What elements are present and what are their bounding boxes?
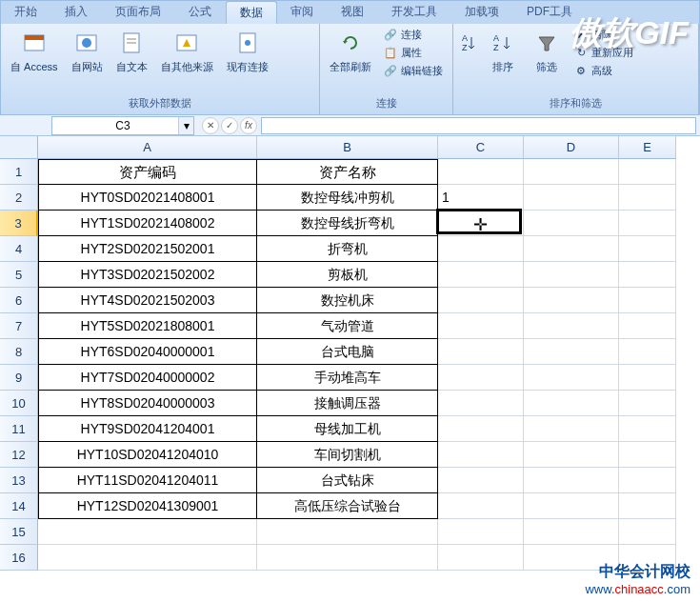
cancel-formula-icon[interactable]: ✕ (202, 117, 219, 134)
cell[interactable] (438, 416, 524, 442)
cell[interactable] (524, 288, 619, 313)
cell[interactable] (619, 185, 676, 211)
cell[interactable]: 数控母线折弯机 (257, 211, 438, 236)
from-web-button[interactable]: 自网站 (66, 26, 109, 76)
cell[interactable]: HYT10SD02041204010 (38, 442, 257, 468)
tab-review[interactable]: 审阅 (277, 1, 328, 24)
refresh-all-button[interactable]: 全部刷新 (324, 26, 377, 76)
cell[interactable] (619, 339, 676, 365)
row-header[interactable]: 5 (0, 262, 38, 288)
tab-formulas[interactable]: 公式 (175, 1, 226, 24)
cell[interactable] (524, 159, 619, 185)
tab-page-layout[interactable]: 页面布局 (102, 1, 175, 24)
cell[interactable] (524, 236, 619, 262)
cell[interactable]: HYT0SD02021408001 (38, 185, 257, 211)
from-other-button[interactable]: 自其他来源 (155, 26, 219, 76)
cell[interactable]: HYT12SD02041309001 (38, 493, 257, 519)
select-all-button[interactable] (0, 136, 38, 159)
filter-button[interactable]: 筛选 (526, 26, 568, 76)
row-header[interactable]: 11 (0, 416, 38, 442)
cells-grid[interactable]: 资产编码资产名称HYT0SD02021408001数控母线冲剪机1HYT1SD0… (38, 159, 676, 571)
name-box[interactable]: C3 ▾ (51, 116, 194, 135)
cell[interactable] (524, 442, 619, 468)
cell[interactable]: 接触调压器 (257, 391, 438, 416)
sort-button[interactable]: AZ 排序 (482, 26, 524, 76)
row-header[interactable]: 8 (0, 339, 38, 365)
row-header[interactable]: 6 (0, 288, 38, 313)
reapply-button[interactable]: ↻重新应用 (570, 44, 637, 61)
clear-filter-button[interactable]: ✗清除 (570, 26, 637, 43)
tab-insert[interactable]: 插入 (51, 1, 102, 24)
cell[interactable] (438, 159, 524, 185)
cell[interactable] (524, 468, 619, 493)
cell[interactable]: HYT4SD02021502003 (38, 288, 257, 313)
cell[interactable]: 车间切割机 (257, 442, 438, 468)
cell[interactable] (438, 442, 524, 468)
cell[interactable]: HYT3SD02021502002 (38, 262, 257, 288)
row-header[interactable]: 12 (0, 442, 38, 468)
tab-addins[interactable]: 加载项 (451, 1, 513, 24)
row-header[interactable]: 9 (0, 365, 38, 391)
cell[interactable] (619, 159, 676, 185)
cell[interactable]: 1 (438, 185, 524, 211)
cell[interactable] (524, 391, 619, 416)
row-header[interactable]: 16 (0, 545, 38, 571)
column-header-d[interactable]: D (524, 136, 619, 159)
cell[interactable]: HYT1SD02021408002 (38, 211, 257, 236)
tab-home[interactable]: 开始 (1, 1, 51, 24)
cell[interactable] (438, 519, 524, 545)
tab-pdf-tools[interactable]: PDF工具 (513, 1, 587, 24)
column-header-e[interactable]: E (619, 136, 676, 159)
cell[interactable] (619, 519, 676, 545)
from-access-button[interactable]: 自 Access (5, 26, 64, 76)
cell[interactable] (524, 313, 619, 339)
cell[interactable] (524, 365, 619, 391)
cell[interactable] (524, 339, 619, 365)
cell[interactable] (438, 545, 524, 571)
cell[interactable]: 数控机床 (257, 288, 438, 313)
cell[interactable] (524, 185, 619, 211)
tab-data[interactable]: 数据 (226, 1, 277, 24)
column-header-a[interactable]: A (38, 136, 257, 159)
tab-developer[interactable]: 开发工具 (378, 1, 451, 24)
row-header[interactable]: 1 (0, 159, 38, 185)
cell[interactable] (619, 493, 676, 519)
cell[interactable] (619, 365, 676, 391)
existing-connections-button[interactable]: 现有连接 (221, 26, 274, 76)
cell[interactable] (619, 442, 676, 468)
advanced-filter-button[interactable]: ⚙高级 (570, 62, 637, 79)
cell[interactable]: HYT5SD02021808001 (38, 313, 257, 339)
cell[interactable] (524, 519, 619, 545)
cell[interactable] (438, 493, 524, 519)
cell[interactable] (257, 545, 438, 571)
name-box-dropdown[interactable]: ▾ (178, 117, 193, 134)
row-header[interactable]: 14 (0, 493, 38, 519)
cell[interactable]: HYT7SD02040000002 (38, 365, 257, 391)
cell[interactable] (438, 313, 524, 339)
cell[interactable] (438, 236, 524, 262)
cell[interactable] (38, 545, 257, 571)
cell[interactable] (438, 211, 524, 236)
cell[interactable]: 台式电脑 (257, 339, 438, 365)
cell[interactable] (619, 416, 676, 442)
cell[interactable] (524, 416, 619, 442)
cell[interactable]: HYT6SD02040000001 (38, 339, 257, 365)
cell[interactable]: HYT9SD02041204001 (38, 416, 257, 442)
cell[interactable] (38, 519, 257, 545)
cell[interactable]: 折弯机 (257, 236, 438, 262)
cell[interactable] (619, 236, 676, 262)
cell[interactable] (438, 365, 524, 391)
cell[interactable]: 手动堆高车 (257, 365, 438, 391)
row-header[interactable]: 7 (0, 313, 38, 339)
cell[interactable] (619, 262, 676, 288)
properties-button[interactable]: 📋属性 (379, 44, 447, 61)
sort-asc-button[interactable]: AZ (457, 26, 480, 62)
cell[interactable] (619, 468, 676, 493)
cell[interactable] (619, 211, 676, 236)
cell[interactable] (257, 519, 438, 545)
cell[interactable] (524, 211, 619, 236)
cell[interactable] (438, 288, 524, 313)
cell[interactable] (619, 391, 676, 416)
cell[interactable]: HYT2SD02021502001 (38, 236, 257, 262)
cell[interactable] (524, 262, 619, 288)
